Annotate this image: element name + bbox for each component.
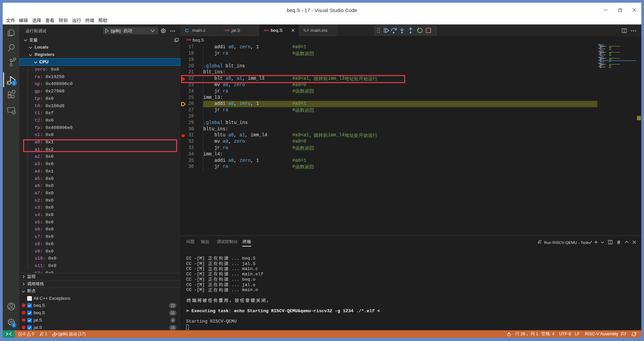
svg-text:1: 1 bbox=[13, 81, 15, 85]
svg-text:1: 1 bbox=[13, 323, 15, 327]
